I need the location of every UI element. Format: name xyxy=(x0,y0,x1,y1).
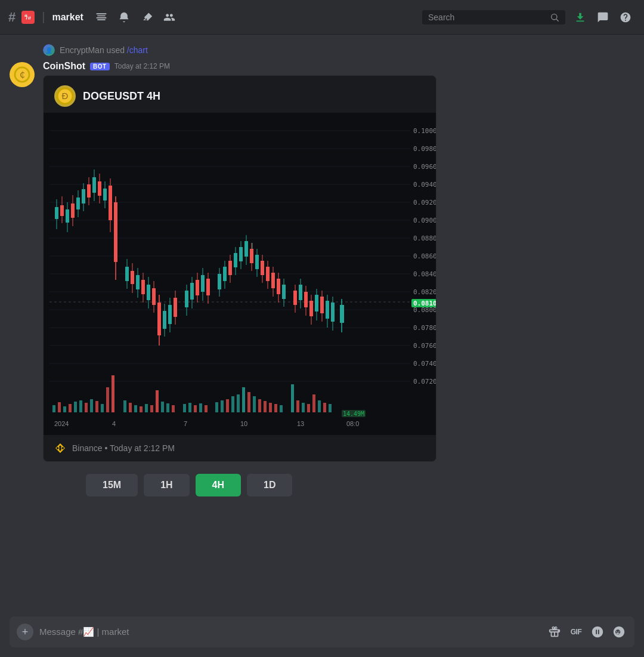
svg-rect-69 xyxy=(131,271,134,284)
svg-rect-177 xyxy=(264,401,267,412)
pin-icon[interactable] xyxy=(137,8,156,27)
system-used-text: used xyxy=(107,45,127,55)
svg-rect-157 xyxy=(145,404,148,412)
svg-rect-149 xyxy=(95,401,98,412)
download-icon[interactable] xyxy=(570,7,590,27)
svg-rect-81 xyxy=(163,311,166,329)
svg-text:0.0740: 0.0740 xyxy=(413,360,436,368)
svg-text:Ð: Ð xyxy=(62,91,69,101)
svg-rect-112 xyxy=(255,255,259,269)
svg-rect-132 xyxy=(315,295,318,311)
svg-rect-63 xyxy=(109,186,112,220)
notification-icon[interactable] xyxy=(114,8,134,27)
topbar: # | market Search xyxy=(0,0,644,35)
svg-rect-153 xyxy=(123,400,126,412)
svg-rect-161 xyxy=(166,403,169,412)
sticker-icon[interactable] xyxy=(589,624,606,640)
thread-icon[interactable] xyxy=(92,8,111,27)
svg-rect-168 xyxy=(215,402,218,412)
gift-icon[interactable] xyxy=(546,624,563,640)
inbox-icon[interactable] xyxy=(593,7,613,27)
svg-rect-166 xyxy=(199,403,202,412)
svg-rect-185 xyxy=(312,394,315,412)
topbar-icons xyxy=(92,8,179,27)
svg-rect-141 xyxy=(52,405,55,412)
add-attachment-button[interactable]: + xyxy=(17,624,33,640)
svg-rect-120 xyxy=(277,279,280,294)
svg-rect-118 xyxy=(271,273,275,288)
svg-text:10: 10 xyxy=(240,420,247,427)
message-input-area: + Message #📈 | market GIF xyxy=(0,616,644,657)
svg-rect-178 xyxy=(269,403,272,412)
svg-rect-49 xyxy=(71,203,75,218)
svg-rect-53 xyxy=(82,189,85,203)
tf-15m-button[interactable]: 15M xyxy=(86,474,138,496)
svg-point-0 xyxy=(552,14,557,19)
svg-rect-85 xyxy=(174,298,177,317)
tf-1h-button[interactable]: 1H xyxy=(144,474,189,496)
svg-rect-173 xyxy=(242,387,245,412)
svg-rect-77 xyxy=(152,288,156,305)
svg-rect-106 xyxy=(239,247,243,261)
main-content: 👤 EncryptMan used /chart ₵ Coin xyxy=(0,35,644,657)
svg-text:0.0980: 0.0980 xyxy=(413,145,436,153)
svg-rect-104 xyxy=(234,253,237,267)
tf-1d-button[interactable]: 1D xyxy=(247,474,292,496)
svg-rect-116 xyxy=(266,267,270,281)
svg-rect-156 xyxy=(140,406,143,412)
svg-rect-102 xyxy=(228,261,232,275)
tf-4h-button[interactable]: 4H xyxy=(196,474,241,496)
svg-rect-148 xyxy=(90,399,93,412)
search-bar[interactable]: Search xyxy=(422,10,565,24)
message-input-bar: + Message #📈 | market GIF xyxy=(10,616,634,647)
svg-rect-124 xyxy=(293,291,297,305)
svg-rect-126 xyxy=(299,285,302,300)
svg-rect-155 xyxy=(134,405,137,412)
chart-wrapper: 0.1000 0.0980 0.0960 0.0940 0.0920 0.090… xyxy=(44,113,436,435)
messages-area[interactable]: 👤 EncryptMan used /chart ₵ Coin xyxy=(0,35,644,616)
svg-rect-180 xyxy=(280,405,283,412)
message-input[interactable]: Message #📈 | market xyxy=(39,627,540,637)
bot-content: CoinShot BOT Today at 2:12 PM Ð xyxy=(43,61,634,508)
svg-rect-71 xyxy=(136,275,140,289)
search-placeholder: Search xyxy=(428,13,546,22)
search-icon xyxy=(550,13,559,22)
members-icon[interactable] xyxy=(160,8,179,27)
gif-button[interactable]: GIF xyxy=(568,624,584,640)
svg-text:0.0880: 0.0880 xyxy=(413,235,436,242)
svg-rect-143 xyxy=(63,406,66,412)
svg-rect-145 xyxy=(74,402,77,412)
svg-rect-175 xyxy=(253,396,256,412)
svg-text:08:0: 08:0 xyxy=(346,420,359,427)
svg-rect-142 xyxy=(58,402,61,412)
svg-rect-95 xyxy=(206,279,210,295)
help-icon[interactable] xyxy=(615,7,636,27)
svg-rect-91 xyxy=(196,280,199,295)
svg-text:0.0920: 0.0920 xyxy=(413,199,436,206)
svg-text:0.0780: 0.0780 xyxy=(413,324,436,332)
svg-rect-73 xyxy=(141,280,145,294)
svg-rect-170 xyxy=(226,399,229,412)
svg-rect-151 xyxy=(106,387,109,412)
system-message: 👤 EncryptMan used /chart xyxy=(10,44,634,56)
input-right-icons: GIF xyxy=(546,624,627,640)
emoji-button[interactable] xyxy=(611,624,627,640)
svg-rect-179 xyxy=(274,404,277,412)
svg-rect-98 xyxy=(218,274,221,289)
svg-rect-174 xyxy=(247,392,250,412)
svg-rect-100 xyxy=(223,267,227,281)
chart-footer: Binance • Today at 2:12 PM xyxy=(44,435,436,461)
svg-rect-128 xyxy=(304,292,308,307)
bot-badge: BOT xyxy=(90,63,110,70)
channel-icon xyxy=(21,11,35,24)
svg-rect-79 xyxy=(157,303,161,335)
svg-rect-87 xyxy=(185,291,188,307)
system-command: /chart xyxy=(127,45,148,55)
topbar-divider: | xyxy=(42,10,45,24)
svg-rect-130 xyxy=(309,301,313,316)
binance-icon xyxy=(54,442,66,454)
chart-card: Ð DOGEUSDT 4H xyxy=(43,75,436,462)
svg-rect-188 xyxy=(329,404,332,412)
svg-rect-140 xyxy=(340,305,344,323)
svg-rect-181 xyxy=(291,384,294,412)
